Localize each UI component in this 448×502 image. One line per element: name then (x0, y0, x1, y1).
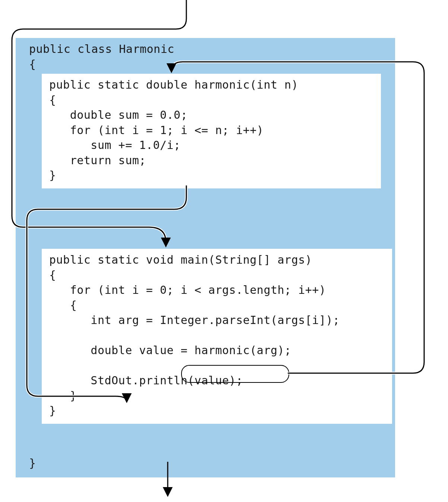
class-decl-line1: public class Harmonic (29, 42, 174, 55)
main-method-box: public static void main(String[] args) {… (42, 249, 392, 424)
class-close-brace: } (29, 456, 36, 471)
class-decl-line2: { (29, 58, 36, 71)
function-call-highlight (181, 365, 289, 383)
harmonic-method-box: public static double harmonic(int n) { d… (42, 74, 381, 188)
class-declaration: public class Harmonic { (29, 42, 174, 72)
diagram-canvas: public class Harmonic { } public static … (0, 0, 448, 502)
